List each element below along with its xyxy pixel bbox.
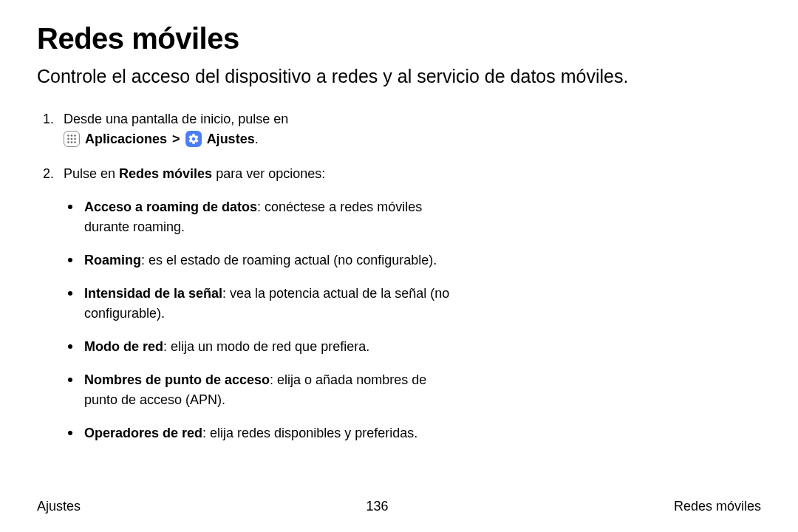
footer-page-number: 136: [366, 499, 388, 514]
step-2-suffix: para ver opciones:: [212, 166, 325, 181]
option-bold: Nombres de punto de acceso: [84, 372, 270, 387]
svg-point-6: [67, 141, 69, 143]
svg-point-2: [74, 134, 76, 137]
option-bold: Modo de red: [84, 339, 163, 354]
page-title: Redes móviles: [37, 22, 761, 55]
option-text: : elija un modo de red que prefiera.: [163, 339, 369, 354]
svg-point-1: [71, 134, 73, 137]
list-item: Acceso a roaming de datos: conéctese a r…: [64, 197, 451, 237]
page-footer: Ajustes 136 Redes móviles: [37, 499, 761, 514]
step-2-bold: Redes móviles: [119, 166, 212, 181]
list-item: Nombres de punto de acceso: elija o añad…: [64, 370, 451, 410]
svg-point-5: [74, 137, 76, 140]
svg-point-0: [67, 134, 69, 137]
page-subtitle: Controle el acceso del dispositivo a red…: [37, 64, 761, 89]
option-bold: Acceso a roaming de datos: [84, 200, 257, 214]
option-text: : elija redes disponibles y preferidas.: [202, 426, 417, 440]
option-bold: Operadores de red: [84, 426, 202, 440]
steps-list: Desde una pantalla de inicio, pulse en A…: [37, 109, 451, 443]
step-2: Pulse en Redes móviles para ver opciones…: [37, 164, 451, 443]
apps-icon: [64, 131, 80, 147]
settings-label: Ajustes: [207, 132, 255, 146]
step-1-period: .: [255, 132, 259, 146]
svg-point-4: [71, 137, 73, 140]
footer-right: Redes móviles: [674, 499, 761, 514]
option-bold: Roaming: [84, 253, 141, 267]
footer-left: Ajustes: [37, 499, 81, 514]
step-2-prefix: Pulse en: [64, 166, 119, 181]
chevron-right-icon: >: [172, 132, 180, 146]
step-1-prefix: Desde una pantalla de inicio, pulse en: [64, 112, 288, 126]
option-text: : es el estado de roaming actual (no con…: [141, 253, 437, 267]
gear-icon: [185, 131, 202, 147]
list-item: Modo de red: elija un modo de red que pr…: [64, 337, 451, 357]
list-item: Intensidad de la señal: vea la potencia …: [64, 284, 451, 324]
list-item: Operadores de red: elija redes disponibl…: [64, 423, 451, 443]
apps-label: Aplicaciones: [85, 132, 167, 146]
list-item: Roaming: es el estado de roaming actual …: [64, 250, 451, 270]
svg-point-3: [67, 137, 69, 140]
svg-point-8: [74, 141, 76, 143]
step-1: Desde una pantalla de inicio, pulse en A…: [37, 109, 451, 149]
options-list: Acceso a roaming de datos: conéctese a r…: [64, 197, 451, 443]
option-bold: Intensidad de la señal: [84, 286, 222, 301]
svg-point-7: [71, 141, 73, 143]
